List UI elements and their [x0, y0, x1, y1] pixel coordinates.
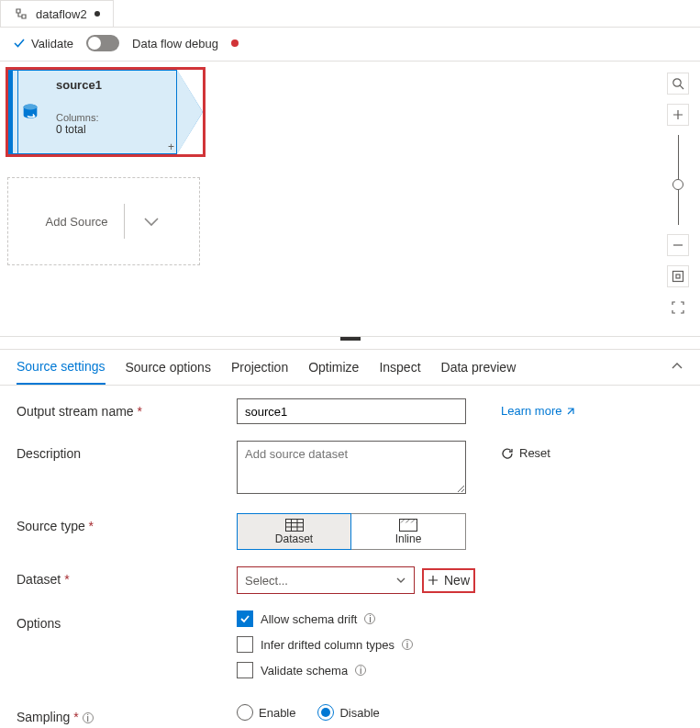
- source-type-inline-label: Inline: [395, 532, 422, 545]
- reset-button[interactable]: Reset: [501, 446, 550, 460]
- tab-optimize[interactable]: Optimize: [308, 360, 359, 384]
- output-stream-input[interactable]: [237, 398, 466, 424]
- fullscreen-icon: [672, 301, 684, 314]
- learn-more-label: Learn more: [501, 404, 561, 418]
- database-icon: [20, 102, 40, 122]
- add-source-label: Add Source: [46, 215, 108, 229]
- sampling-enable-radio[interactable]: Enable: [237, 704, 295, 721]
- tab-inspect[interactable]: Inspect: [379, 360, 420, 384]
- tab-source-settings[interactable]: Source settings: [17, 359, 106, 385]
- label-description: Description: [17, 441, 237, 461]
- info-icon[interactable]: i: [83, 712, 94, 723]
- zoom-out-button[interactable]: [667, 234, 689, 256]
- label-dataset: Dataset *: [17, 566, 237, 587]
- source-node-name: source1: [56, 78, 167, 92]
- infer-drifted-types-checkbox[interactable]: [237, 636, 253, 653]
- tab-data-preview[interactable]: Data preview: [441, 360, 517, 384]
- dataset-select-value: Select...: [245, 574, 288, 588]
- file-tab[interactable]: dataflow2: [0, 0, 114, 27]
- validate-schema-checkbox[interactable]: [237, 662, 253, 678]
- new-dataset-button[interactable]: New: [428, 573, 470, 588]
- plus-icon: [428, 575, 439, 586]
- unsaved-indicator-icon: [94, 11, 100, 17]
- sampling-disable-radio[interactable]: Disable: [317, 704, 379, 721]
- panel-resize-handle[interactable]: [0, 336, 700, 349]
- learn-more-link[interactable]: Learn more: [501, 404, 576, 418]
- info-icon[interactable]: i: [402, 639, 413, 650]
- tab-projection[interactable]: Projection: [231, 360, 288, 384]
- minus-icon: [672, 240, 683, 251]
- info-icon[interactable]: i: [355, 665, 366, 676]
- source-node-arrow: [177, 70, 203, 154]
- fit-icon: [672, 270, 684, 283]
- add-source-node[interactable]: Add Source: [7, 177, 200, 265]
- file-tab-title: dataflow2: [36, 7, 87, 21]
- collapse-panel-button[interactable]: [671, 360, 683, 385]
- sampling-disable-label: Disable: [339, 706, 379, 720]
- svg-rect-3: [676, 274, 680, 278]
- allow-schema-drift-label: Allow schema drift: [261, 612, 357, 626]
- external-link-icon: [565, 406, 576, 417]
- label-source-type: Source type *: [17, 513, 237, 533]
- label-output-stream: Output stream name *: [17, 398, 237, 419]
- highlight-new-button: New: [422, 568, 475, 593]
- validate-schema-label: Validate schema: [261, 664, 348, 678]
- chevron-down-icon: [395, 575, 406, 586]
- source-type-dataset[interactable]: Dataset: [237, 513, 351, 550]
- debug-status-icon: [231, 39, 239, 47]
- label-options: Options: [17, 610, 237, 631]
- source-type-inline[interactable]: Inline: [351, 513, 466, 550]
- dataflow-icon: [14, 6, 28, 21]
- reset-label: Reset: [519, 446, 550, 460]
- reset-icon: [501, 447, 514, 460]
- svg-line-1: [680, 85, 683, 89]
- dataset-select[interactable]: Select...: [237, 566, 415, 594]
- debug-label: Data flow debug: [132, 37, 218, 50]
- validate-button[interactable]: Validate: [13, 37, 73, 50]
- allow-schema-drift-checkbox[interactable]: [237, 610, 253, 627]
- check-icon: [13, 37, 26, 50]
- chevron-down-icon[interactable]: [141, 211, 161, 231]
- source-node-columns-label: Columns:: [56, 112, 167, 123]
- checkmark-icon: [239, 613, 250, 624]
- search-icon: [672, 77, 684, 90]
- validate-label: Validate: [31, 37, 73, 50]
- source-type-segmented: Dataset Inline: [237, 513, 475, 550]
- fit-to-screen-button[interactable]: [667, 265, 689, 287]
- highlight-source-node: source1 Columns: 0 total +: [6, 67, 206, 157]
- label-sampling: Sampling * i: [17, 704, 237, 724]
- divider: [124, 204, 125, 239]
- add-transformation-icon[interactable]: +: [168, 140, 174, 153]
- plus-icon: [672, 109, 683, 120]
- grip-icon: [340, 337, 361, 341]
- zoom-in-button[interactable]: [667, 104, 689, 126]
- svg-rect-2: [673, 272, 683, 282]
- infer-drifted-types-label: Infer drifted column types: [261, 638, 394, 652]
- source-node[interactable]: source1 Columns: 0 total +: [8, 70, 203, 154]
- zoom-slider[interactable]: [678, 135, 679, 225]
- fullscreen-button[interactable]: [667, 297, 689, 319]
- sampling-enable-label: Enable: [259, 706, 295, 720]
- svg-point-0: [673, 79, 681, 86]
- search-button[interactable]: [667, 73, 689, 95]
- zoom-slider-thumb[interactable]: [672, 179, 683, 190]
- inline-icon: [399, 519, 417, 532]
- source-type-dataset-label: Dataset: [275, 532, 313, 545]
- dataset-icon: [285, 519, 304, 532]
- debug-toggle[interactable]: [86, 35, 119, 51]
- new-dataset-label: New: [444, 573, 470, 588]
- source-node-columns-count: 0 total: [56, 123, 167, 136]
- dataflow-canvas[interactable]: source1 Columns: 0 total + Add Source: [0, 61, 700, 336]
- svg-rect-6: [285, 519, 303, 531]
- svg-rect-13: [400, 519, 417, 522]
- description-input[interactable]: [237, 441, 466, 494]
- tab-source-options[interactable]: Source options: [126, 360, 211, 384]
- info-icon[interactable]: i: [364, 613, 375, 624]
- chevron-up-icon: [671, 360, 683, 373]
- svg-point-5: [23, 105, 37, 110]
